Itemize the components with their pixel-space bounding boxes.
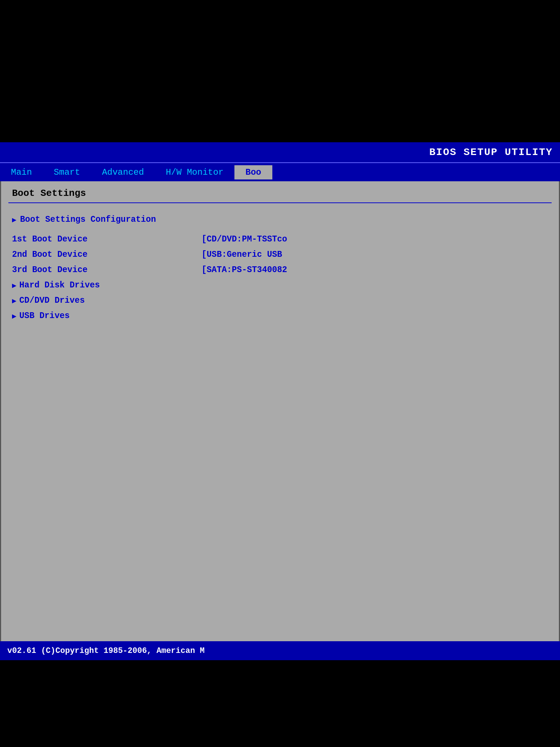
bios-header: BIOS SETUP UTILITY: [0, 142, 560, 162]
usb-arrow-icon: ▶: [12, 311, 16, 321]
submenu-arrow-icon: ▶: [12, 215, 16, 224]
cddvd-drives-label: ▶ CD/DVD Drives: [12, 296, 202, 305]
footer-text: v02.61 (C)Copyright 1985-2006, American …: [7, 646, 205, 655]
second-boot-device-label: 2nd Boot Device: [12, 250, 202, 259]
third-boot-device-value: [SATA:PS-ST340082: [202, 265, 287, 275]
menu-list: ▶ Boot Settings Configuration 1st Boot D…: [1, 210, 559, 324]
second-boot-device-value: [USB:Generic USB: [202, 250, 282, 259]
section-title: Boot Settings: [1, 181, 559, 202]
nav-item-smart[interactable]: Smart: [43, 165, 91, 179]
third-boot-device-row[interactable]: 3rd Boot Device [SATA:PS-ST340082: [12, 262, 548, 278]
section-divider: [8, 202, 552, 203]
first-boot-device-row[interactable]: 1st Boot Device [CD/DVD:PM-TSSTco: [12, 232, 548, 247]
cddvd-arrow-icon: ▶: [12, 296, 16, 305]
hard-disk-drives-label: ▶ Hard Disk Drives: [12, 280, 202, 290]
footer-bar: v02.61 (C)Copyright 1985-2006, American …: [0, 641, 560, 660]
bios-title: BIOS SETUP UTILITY: [429, 147, 553, 158]
black-top-region: [0, 0, 560, 142]
black-bottom-region: [0, 660, 560, 747]
bios-screen: BIOS SETUP UTILITY Main Smart Advanced H…: [0, 142, 560, 660]
nav-item-hwmonitor[interactable]: H/W Monitor: [155, 165, 234, 179]
cddvd-drives-row[interactable]: ▶ CD/DVD Drives: [12, 293, 548, 308]
second-boot-device-row[interactable]: 2nd Boot Device [USB:Generic USB: [12, 247, 548, 262]
nav-item-advanced[interactable]: Advanced: [91, 165, 155, 179]
third-boot-device-label: 3rd Boot Device: [12, 265, 202, 275]
hard-disk-drives-row[interactable]: ▶ Hard Disk Drives: [12, 278, 548, 293]
first-boot-device-label: 1st Boot Device: [12, 235, 202, 244]
hard-disk-arrow-icon: ▶: [12, 281, 16, 290]
nav-bar: Main Smart Advanced H/W Monitor Boo: [0, 162, 560, 181]
first-boot-device-value: [CD/DVD:PM-TSSTco: [202, 235, 287, 244]
content-area: Boot Settings ▶ Boot Settings Configurat…: [0, 181, 560, 641]
nav-item-boot[interactable]: Boo: [234, 165, 272, 179]
boot-settings-config-row[interactable]: ▶ Boot Settings Configuration: [12, 210, 548, 232]
boot-settings-config-label: Boot Settings Configuration: [20, 215, 156, 224]
nav-item-main[interactable]: Main: [0, 165, 43, 179]
usb-drives-label: ▶ USB Drives: [12, 311, 202, 321]
usb-drives-row[interactable]: ▶ USB Drives: [12, 308, 548, 324]
